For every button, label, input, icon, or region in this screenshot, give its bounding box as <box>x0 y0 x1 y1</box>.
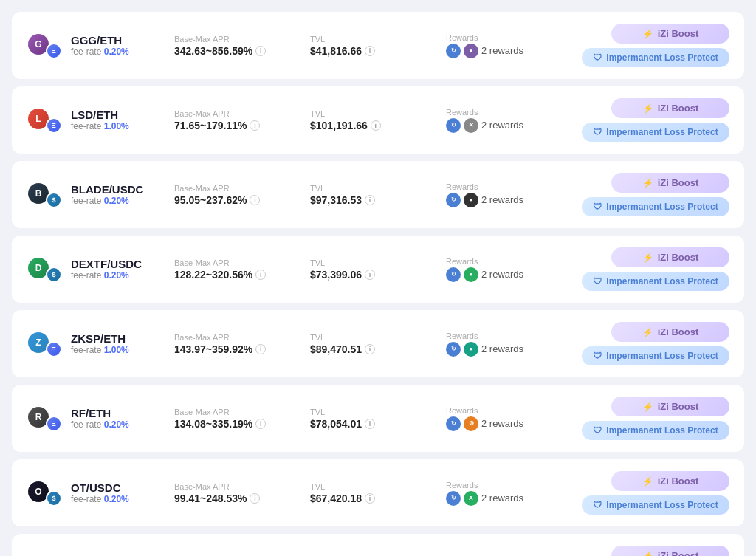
apr-block: Base-Max APR 342.63~856.59% i <box>174 35 310 57</box>
pool-name: DEXTF/USDC <box>71 258 142 270</box>
pool-card: B $ BLADE/USDC fee-rate 0.20% Base-Max A… <box>12 161 744 228</box>
apr-info-icon[interactable]: i <box>250 120 260 131</box>
rewards-label: Rewards <box>446 257 582 266</box>
ilp-button[interactable]: 🛡 Impermanent Loss Protect <box>582 495 729 515</box>
reward-icon-1: ↻ <box>446 416 461 431</box>
token-icons: L Ξ <box>27 107 62 134</box>
apr-info-icon[interactable]: i <box>255 344 266 354</box>
apr-value: 95.05~237.62% i <box>174 194 310 206</box>
reward-icon-1: ↻ <box>446 118 461 133</box>
boost-icon: ⚡ <box>642 29 653 39</box>
pool-stats: Base-Max APR 143.97~359.92% i TVL $89,47… <box>174 332 582 357</box>
pool-name: RF/ETH <box>71 407 129 419</box>
reward-icon-2: ● <box>464 342 478 357</box>
apr-value: 128.22~320.56% i <box>174 269 310 281</box>
reward-icon-1: ↻ <box>446 267 461 282</box>
pool-card: Z Ξ ZKSP/ETH fee-rate 1.00% Base-Max APR… <box>12 310 744 377</box>
pool-list: G Ξ GGG/ETH fee-rate 0.20% Base-Max APR … <box>12 12 744 556</box>
token-icons: R Ξ <box>27 405 62 432</box>
tvl-info-icon[interactable]: i <box>371 120 381 131</box>
shield-icon: 🛡 <box>593 202 602 212</box>
apr-block: Base-Max APR 99.41~248.53% i <box>174 482 310 504</box>
pool-name: OT/USDC <box>71 481 129 494</box>
fee-rate: fee-rate 1.00% <box>71 121 129 131</box>
ilp-button[interactable]: 🛡 Impermanent Loss Protect <box>582 272 729 291</box>
ilp-button[interactable]: 🛡 Impermanent Loss Protect <box>582 123 729 142</box>
token-icon-secondary: $ <box>46 490 62 507</box>
pool-name-section: RF/ETH fee-rate 0.20% <box>71 407 129 430</box>
pool-info: L Ξ LSD/ETH fee-rate 1.00% <box>27 107 174 134</box>
apr-block: Base-Max APR 143.97~359.92% i <box>174 333 310 355</box>
action-buttons: ⚡ iZi Boost 🛡 Impermanent Loss Protect <box>582 98 729 142</box>
izi-boost-button[interactable]: ⚡ iZi Boost <box>611 173 729 193</box>
token-icon-secondary: Ξ <box>46 416 62 432</box>
reward-icon-2: A <box>464 491 478 506</box>
rewards-icons: ↻ ● 2 rewards <box>446 44 582 58</box>
pool-stats: Base-Max APR 134.08~335.19% i TVL $78,05… <box>174 406 582 431</box>
izi-boost-button[interactable]: ⚡ iZi Boost <box>611 247 729 267</box>
apr-info-icon[interactable]: i <box>250 493 260 504</box>
ilp-button[interactable]: 🛡 Impermanent Loss Protect <box>582 197 729 216</box>
rewards-block: Rewards ↻ ✕ 2 rewards <box>446 108 582 133</box>
pool-stats: Base-Max APR 71.65~179.11% i TVL $101,19… <box>174 108 582 133</box>
fee-rate: fee-rate 0.20% <box>71 47 129 57</box>
rewards-label: Rewards <box>446 481 582 490</box>
apr-block: Base-Max APR 71.65~179.11% i <box>174 109 310 131</box>
pool-card: L Ξ LSD/ETH fee-rate 1.00% Base-Max APR … <box>12 86 744 154</box>
tvl-info-icon[interactable]: i <box>365 46 375 56</box>
apr-block: Base-Max APR 128.22~320.56% i <box>174 258 310 281</box>
pool-name-section: LSD/ETH fee-rate 1.00% <box>71 109 129 131</box>
token-icons: Z Ξ <box>27 331 62 357</box>
pool-stats: Base-Max APR 99.41~248.53% i TVL $67,420… <box>174 481 582 506</box>
izi-boost-button[interactable]: ⚡ iZi Boost <box>611 98 729 118</box>
tvl-info-icon[interactable]: i <box>365 344 375 354</box>
fee-rate-value: 0.20% <box>104 270 129 281</box>
izi-boost-button[interactable]: ⚡ iZi Boost <box>611 322 729 342</box>
ilp-button[interactable]: 🛡 Impermanent Loss Protect <box>582 48 729 67</box>
pool-name-section: OT/USDC fee-rate 0.20% <box>71 481 129 504</box>
rewards-icons: ↻ ● 2 rewards <box>446 342 582 357</box>
ilp-button[interactable]: 🛡 Impermanent Loss Protect <box>582 421 729 440</box>
apr-label: Base-Max APR <box>174 109 310 118</box>
izi-boost-button[interactable]: ⚡ iZi Boost <box>611 471 729 491</box>
tvl-block: TVL $78,054.01 i <box>310 408 446 430</box>
rewards-label: Rewards <box>446 182 582 191</box>
tvl-info-icon[interactable]: i <box>365 270 375 280</box>
ilp-label: Impermanent Loss Protect <box>606 425 718 436</box>
tvl-info-icon[interactable]: i <box>365 493 375 504</box>
rewards-icons: ↻ ✕ 2 rewards <box>446 118 582 133</box>
tvl-info-icon[interactable]: i <box>365 195 375 205</box>
tvl-label: TVL <box>310 35 446 44</box>
rewards-label: Rewards <box>446 108 582 117</box>
rewards-label: Rewards <box>446 406 582 415</box>
tvl-value: $73,399.06 i <box>310 269 446 281</box>
tvl-info-icon[interactable]: i <box>365 419 375 429</box>
izi-boost-button[interactable]: ⚡ iZi Boost <box>611 24 729 44</box>
apr-info-icon[interactable]: i <box>255 270 266 280</box>
ilp-label: Impermanent Loss Protect <box>606 202 718 212</box>
ilp-button[interactable]: 🛡 Impermanent Loss Protect <box>582 346 729 365</box>
tvl-block: TVL $73,399.06 i <box>310 258 446 281</box>
izi-boost-button[interactable]: ⚡ iZi Boost <box>611 546 729 556</box>
ilp-label: Impermanent Loss Protect <box>606 500 718 510</box>
apr-label: Base-Max APR <box>174 258 310 267</box>
action-buttons: ⚡ iZi Boost 🛡 Impermanent Loss Protect <box>582 322 729 365</box>
izi-boost-button[interactable]: ⚡ iZi Boost <box>611 397 729 416</box>
boost-icon: ⚡ <box>642 476 653 487</box>
pool-name-section: BLADE/USDC fee-rate 0.20% <box>71 183 143 206</box>
action-buttons: ⚡ iZi Boost 🛡 Impermanent Loss Protect <box>582 546 729 556</box>
rewards-block: Rewards ↻ ● 2 rewards <box>446 257 582 282</box>
izi-boost-label: iZi Boost <box>658 326 699 337</box>
apr-info-icon[interactable]: i <box>250 195 260 205</box>
apr-info-icon[interactable]: i <box>255 419 266 429</box>
apr-label: Base-Max APR <box>174 184 310 193</box>
apr-info-icon[interactable]: i <box>255 46 266 56</box>
action-buttons: ⚡ iZi Boost 🛡 Impermanent Loss Protect <box>582 173 729 216</box>
rewards-count: 2 rewards <box>481 269 523 280</box>
tvl-value: $78,054.01 i <box>310 418 446 430</box>
token-icons: B $ <box>27 182 62 208</box>
rewards-count: 2 rewards <box>481 343 523 354</box>
fee-rate-value: 1.00% <box>104 121 129 131</box>
rewards-label: Rewards <box>446 33 582 42</box>
action-buttons: ⚡ iZi Boost 🛡 Impermanent Loss Protect <box>582 24 729 67</box>
